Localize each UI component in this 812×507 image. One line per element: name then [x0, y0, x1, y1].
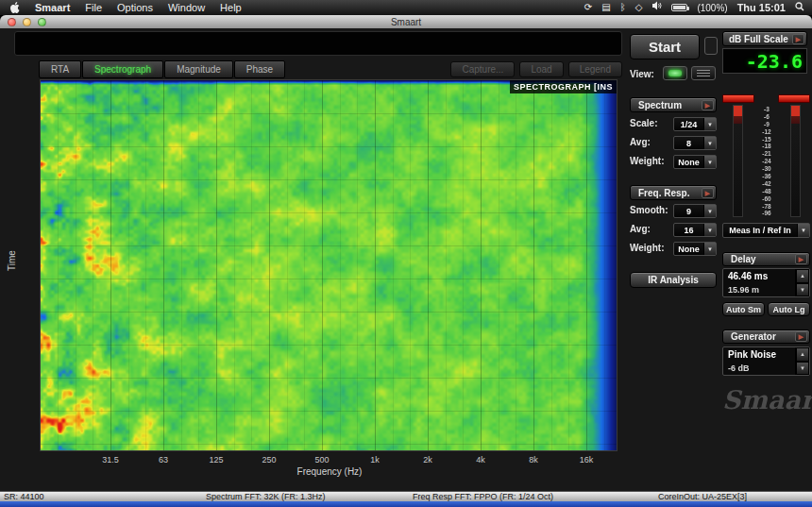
bluetooth-icon[interactable]: ᛒ [620, 0, 626, 15]
meter-tick: -36 [744, 173, 789, 180]
window-titlebar[interactable]: Smaart [0, 15, 812, 28]
spectrum-weight-dropdown[interactable]: None ▼ [673, 155, 717, 169]
spectrum-avg-dropdown[interactable]: 8 ▼ [673, 136, 717, 150]
spotlight-icon[interactable] [795, 2, 804, 13]
generator-level-value: -6 dB [723, 362, 795, 375]
menu-item-help[interactable]: Help [220, 2, 242, 13]
menu-clock[interactable]: Thu 15:01 [737, 2, 786, 13]
chevron-down-icon: ▼ [797, 224, 809, 237]
spectrum-weight-value: None [674, 156, 703, 168]
volume-icon[interactable] [651, 0, 662, 15]
freq-resp-avg-value: 16 [674, 224, 703, 236]
capture-button[interactable]: Capture... [450, 61, 515, 77]
view-graph-led [668, 70, 682, 76]
view-table-button[interactable] [691, 66, 716, 80]
view-table-icon [697, 70, 710, 76]
meter-tick: -12 [744, 128, 789, 136]
apple-menu-icon[interactable] [9, 1, 20, 15]
generator-header-label: Generator [731, 331, 776, 342]
scale-label: Scale: [630, 118, 657, 128]
db-readout: -23.6 [722, 48, 807, 74]
tab-magnitude[interactable]: Magnitude [164, 60, 233, 78]
delay-decrement-button[interactable]: ▼ [796, 283, 809, 297]
meter-tick: -3 [744, 106, 789, 113]
smooth-dropdown[interactable]: 9 ▼ [673, 204, 717, 218]
auto-small-button[interactable]: Auto Sm [722, 302, 765, 316]
tab-spectrograph[interactable]: Spectrograph [82, 60, 163, 78]
desktop-background-strip [0, 501, 812, 507]
auto-large-button[interactable]: Auto Lg [768, 302, 810, 316]
spectrum-header-label: Spectrum [638, 100, 682, 110]
delay-m-value: 15.96 m [723, 283, 795, 296]
delay-increment-button[interactable]: ▲ [796, 269, 809, 283]
scale-dropdown[interactable]: 1/24 ▼ [673, 117, 717, 131]
time-axis-label: Time [7, 232, 18, 289]
generator-decrement-button[interactable]: ▼ [796, 362, 809, 376]
spectrum-weight-label: Weight: [630, 156, 664, 166]
input-routing-dropdown[interactable]: Meas In / Ref In ▼ [722, 223, 810, 238]
panel-arrow-icon: ▶ [702, 188, 714, 198]
spectrum-section-header[interactable]: Spectrum ▶ [630, 97, 717, 112]
smooth-label: Smooth: [630, 205, 668, 215]
meter-scale: -3 -6 -9 -12 -15 -18 -21 -24 -30 -36 -42… [744, 106, 789, 217]
chevron-down-icon: ▼ [703, 224, 716, 236]
chevron-down-icon: ▼ [703, 118, 716, 130]
freq-tick: 8k [519, 455, 548, 465]
tab-phase[interactable]: Phase [234, 60, 285, 78]
chevron-down-icon: ▼ [703, 243, 716, 255]
delay-section-header[interactable]: Delay ▶ [722, 252, 810, 266]
close-button[interactable] [8, 18, 16, 26]
freq-tick: 125 [202, 455, 230, 465]
spectrum-avg-label: Avg: [630, 137, 651, 147]
meter-tick: -48 [744, 188, 789, 195]
menu-item-smaart[interactable]: Smaart [35, 2, 70, 13]
ir-analysis-button[interactable]: IR Analysis [630, 272, 717, 288]
start-button[interactable]: Start [630, 34, 700, 59]
meter-tick: -60 [744, 195, 789, 203]
db-full-scale-label: dB Full Scale [729, 34, 788, 44]
tab-rta[interactable]: RTA [39, 60, 81, 78]
legend-button[interactable]: Legend [568, 61, 622, 77]
smaart-logo: Smaart [722, 385, 810, 414]
spectrograph-canvas[interactable] [41, 80, 617, 450]
db-full-scale-button[interactable]: dB Full Scale ▶ [722, 31, 807, 46]
freq-tick: 500 [308, 455, 336, 465]
generator-section-header[interactable]: Generator ▶ [722, 330, 810, 344]
spectrum-avg-value: 8 [674, 137, 703, 149]
battery-percent: (100%) [697, 3, 727, 13]
meter-tick: -30 [744, 165, 789, 173]
meter-tick: -21 [744, 150, 789, 158]
smooth-value: 9 [674, 205, 703, 217]
view-graph-button[interactable] [663, 66, 687, 80]
meter-right-clip-led [778, 94, 810, 103]
menu-bar: Smaart File Options Window Help ⟳ ▤ ᛒ ◇ … [0, 0, 812, 15]
sync-icon[interactable]: ⟳ [584, 0, 592, 15]
screen: Smaart File Options Window Help ⟳ ▤ ᛒ ◇ … [0, 0, 812, 507]
freq-resp-avg-label: Avg: [630, 224, 651, 234]
display-icon[interactable]: ▤ [601, 0, 610, 15]
menu-item-window[interactable]: Window [168, 2, 205, 13]
freq-resp-weight-dropdown[interactable]: None ▼ [673, 242, 717, 256]
battery-icon[interactable] [671, 4, 687, 11]
generator-signal-value: Pink Noise [723, 347, 795, 362]
spectrograph-plot: SPECTROGRAPH [INS Time 31.5 63 125 250 5… [40, 79, 617, 451]
spectrograph-overlay-label: SPECTROGRAPH [INS [510, 80, 617, 93]
freq-resp-section-header[interactable]: Freq. Resp. ▶ [630, 185, 717, 200]
generator-increment-button[interactable]: ▲ [796, 347, 809, 362]
freq-tick: 63 [149, 455, 178, 465]
menu-item-file[interactable]: File [85, 2, 102, 13]
battery-fill [673, 6, 685, 9]
window-title: Smaart [391, 17, 421, 27]
load-button[interactable]: Load [519, 61, 563, 77]
meter-right-bar [790, 105, 801, 217]
zoom-button[interactable] [38, 18, 46, 26]
freq-tick: 16k [572, 455, 601, 465]
minimize-button[interactable] [23, 18, 31, 26]
airport-icon[interactable]: ◇ [635, 0, 643, 15]
menu-item-options[interactable]: Options [117, 2, 153, 13]
meter-tick: -18 [744, 143, 789, 150]
meter-tick: -15 [744, 136, 789, 144]
freq-resp-avg-dropdown[interactable]: 16 ▼ [673, 223, 717, 237]
panel-arrow-icon: ▶ [702, 100, 714, 110]
freq-tick: 4k [466, 455, 495, 465]
